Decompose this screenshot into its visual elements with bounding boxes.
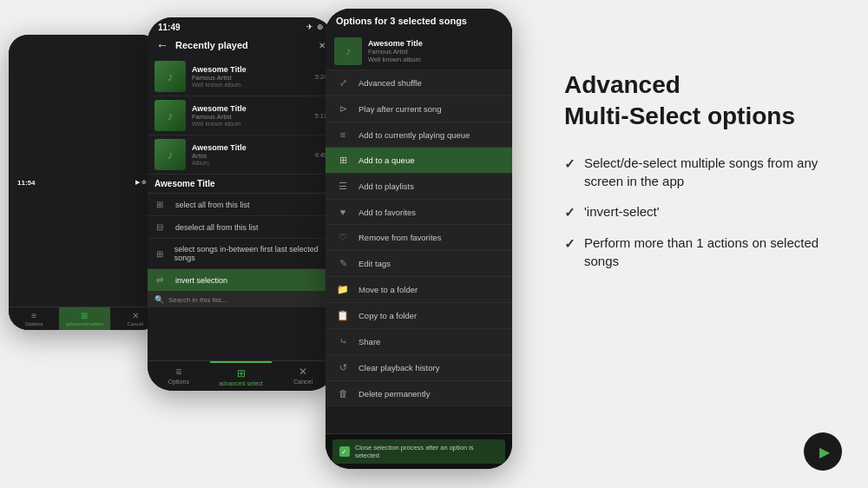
phone-mid: 11:49 ✈ ⊕ ← Recently played ✕ Awesome Ti… [148, 17, 334, 391]
front-song-title: Awesome Title [368, 39, 503, 48]
tab-options-back[interactable]: ≡ Options [9, 307, 59, 330]
mid-menu-label-2: deselect all from this list [175, 223, 259, 232]
feature-text-2: 'invert-select' [584, 202, 842, 221]
front-menu-playlists[interactable]: ☰ Add to playlists [326, 174, 512, 200]
tab-advanced-back[interactable]: ⊞ advanced select [59, 307, 109, 330]
invert-icon: ⇄ [156, 275, 168, 285]
close-process-row[interactable]: ✓ Close selection process after an optio… [332, 439, 505, 464]
select-between-icon: ⊞ [156, 249, 168, 259]
mid-song-title-3: Awesome Title [192, 143, 314, 152]
add-queue-current-icon: ≡ [336, 129, 350, 140]
favorites-icon: ♥ [336, 207, 350, 217]
nav-title-mid: Recently played [175, 40, 319, 50]
front-menu-add-queue[interactable]: ⊞ Add to a queue [326, 148, 512, 174]
mid-song-3[interactable]: Awesome Title Artist Album 4:49 [148, 135, 334, 175]
feature-item-1: Select/de-select multiple songs from any… [564, 154, 842, 190]
airplane-icon: ✈ [306, 23, 313, 32]
mid-song-album-1: Well known album [192, 82, 314, 88]
mid-menu-item-1[interactable]: ⊞ select all from this list [148, 194, 334, 216]
feature-item-2: 'invert-select' [564, 202, 842, 221]
app-logo [804, 432, 842, 471]
add-queue-icon: ⊞ [336, 155, 350, 166]
front-menu-remove-favorites[interactable]: ♡ Remove from favorites [326, 225, 512, 251]
back-button-mid[interactable]: ← [156, 38, 168, 52]
mid-menu-label-3: select songs in-between first last selec… [174, 245, 326, 262]
shuffle-icon: ⤢ [336, 77, 350, 89]
status-time-mid: 11:49 [158, 23, 181, 32]
front-menu-favorites[interactable]: ♥ Add to favorites [326, 200, 512, 225]
select-all-icon: ⊞ [156, 200, 168, 209]
search-icon-mid: 🔍 [155, 295, 164, 304]
panel-heading: Advanced Multi-Select options [564, 69, 842, 133]
front-menu-edit-tags[interactable]: ✎ Edit tags [326, 251, 512, 277]
cancel-tab-icon-mid: ✕ [299, 366, 307, 378]
front-bottom-bar: ✓ Close selection process after an optio… [326, 433, 512, 469]
front-menu-add-queue-current[interactable]: ≡ Add to currently playing queue [326, 122, 512, 148]
front-song-item[interactable]: ♪ Awesome Title Famous Artist Well known… [326, 33, 512, 70]
front-header-title: Options for 3 selected songs [336, 16, 502, 26]
options-tab-icon-mid: ≡ [175, 366, 181, 378]
move-folder-icon: 📁 [336, 284, 350, 295]
remove-favorites-icon: ♡ [336, 232, 350, 243]
front-menu-label-delete: Delete permanently [358, 389, 430, 399]
mid-song-title-2: Awesome Title [192, 104, 314, 113]
front-menu-label-copy-folder: Copy to a folder [358, 311, 417, 320]
front-menu-label-shuffle: Advanced shuffle [358, 78, 422, 88]
play-after-icon: ⊳ [336, 103, 350, 115]
feature-item-3: Perform more than 1 actions on selected … [564, 234, 842, 270]
front-menu-label-queue-current: Add to currently playing queue [358, 130, 470, 140]
status-icons-mid: ✈ ⊕ [306, 23, 324, 32]
mid-song-artist-3: Artist [192, 152, 314, 160]
mid-menu-label-1: select all from this list [175, 201, 250, 209]
front-menu-label-favorites: Add to favorites [358, 208, 416, 217]
front-menu-play-after[interactable]: ⊳ Play after current song [326, 96, 512, 122]
front-menu-delete[interactable]: 🗑 Delete permanently [326, 381, 512, 406]
mid-song-album-2: Well known album [192, 121, 314, 127]
mid-menu-item-2[interactable]: ⊟ deselect all from this list [148, 216, 334, 239]
mid-menu-item-3[interactable]: ⊞ select songs in-between first last sel… [148, 239, 334, 269]
phone-front: Options for 3 selected songs ♪ Awesome T… [326, 9, 512, 469]
nav-icons-mid: ✕ [319, 41, 326, 50]
edit-tags-icon: ✎ [336, 258, 350, 269]
front-song-artist: Famous Artist [368, 48, 503, 56]
front-menu-label-clear-history: Clear playback history [358, 363, 439, 373]
phone-mid-screen: 11:49 ✈ ⊕ ← Recently played ✕ Awesome Ti… [148, 17, 334, 391]
tab-advanced-mid[interactable]: ⊞ advanced select [210, 361, 273, 391]
delete-icon: 🗑 [336, 388, 350, 399]
front-menu-move-folder[interactable]: 📁 Move to a folder [326, 277, 512, 303]
tab-options-mid[interactable]: ≡ Options [148, 361, 210, 391]
front-dropdown: ⤢ Advanced shuffle ⊳ Play after current … [326, 70, 512, 406]
heading-line2: Multi-Select options [564, 102, 795, 129]
front-menu-clear-history[interactable]: ↺ Clear playback history [326, 355, 512, 381]
front-song-thumb: ♪ [334, 37, 362, 65]
mid-song-artist-2: Famous Artist [192, 113, 314, 121]
feature-text-1: Select/de-select multiple songs from any… [584, 154, 842, 190]
front-menu-label-queue: Add to a queue [358, 155, 414, 165]
search-input-mid[interactable]: Search in this list... [168, 296, 327, 304]
phone-front-screen: Options for 3 selected songs ♪ Awesome T… [326, 9, 512, 469]
close-process-checkbox[interactable]: ✓ [339, 446, 350, 457]
mid-song-album-3: Album [192, 160, 314, 166]
mid-song-1[interactable]: Awesome Title Famous Artist Well known a… [148, 57, 334, 96]
status-bar-back: 11:54 ▶ ⊕ ≡ [9, 35, 161, 330]
front-menu-label-remove-favorites: Remove from favorites [358, 233, 442, 242]
front-menu-copy-folder[interactable]: 📋 Copy to a folder [326, 303, 512, 329]
mid-song-2[interactable]: Awesome Title Famous Artist Well known a… [148, 96, 334, 135]
mid-song-title-1: Awesome Title [192, 65, 314, 74]
mid-menu-header: Awesome Title [148, 175, 334, 194]
feature-text-3: Perform more than 1 actions on selected … [584, 234, 842, 270]
phone-back-screen: 11:54 ▶ ⊕ ≡ ♪ Music 📁 Folder 2 4 songs i… [9, 35, 161, 330]
clear-history-icon: ↺ [336, 362, 350, 373]
front-menu-label-share: Share [358, 337, 380, 346]
options-icon-back: ≡ [31, 311, 36, 320]
share-icon: ⤷ [336, 336, 350, 347]
bottom-tabs-mid: ≡ Options ⊞ advanced select ✕ Cancel [148, 360, 334, 391]
front-header: Options for 3 selected songs [326, 9, 512, 33]
heading-line1: Advanced [564, 71, 681, 98]
front-menu-shuffle[interactable]: ⤢ Advanced shuffle [326, 70, 512, 96]
phone-back: 11:54 ▶ ⊕ ≡ ♪ Music 📁 Folder 2 4 songs i… [9, 35, 161, 330]
mid-menu-item-4[interactable]: ⇄ invert selection [148, 269, 334, 292]
copy-folder-icon: 📋 [336, 310, 350, 321]
mid-search-bar: 🔍 Search in this list... [148, 292, 334, 307]
front-menu-share[interactable]: ⤷ Share [326, 329, 512, 355]
